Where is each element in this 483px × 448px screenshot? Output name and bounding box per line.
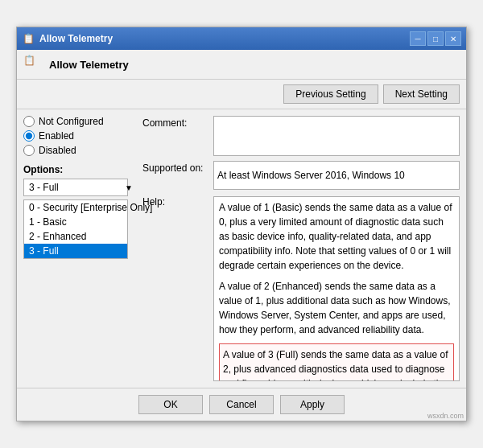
list-item-basic[interactable]: 1 - Basic <box>24 215 127 229</box>
close-button[interactable]: ✕ <box>445 31 461 46</box>
ok-button[interactable]: OK <box>138 395 203 414</box>
apply-button[interactable]: Apply <box>280 395 345 414</box>
header-icon: 📋 <box>23 55 43 74</box>
radio-enabled-input[interactable] <box>23 130 35 142</box>
radio-disabled-input[interactable] <box>23 145 35 156</box>
radio-not-configured-input[interactable] <box>23 116 35 127</box>
radio-enabled[interactable]: Enabled <box>23 130 136 142</box>
watermark: wsxdn.com <box>427 412 464 420</box>
list-item-enhanced[interactable]: 2 - Enhanced <box>24 229 127 244</box>
supported-value: At least Windows Server 2016, Windows 10 <box>213 161 460 190</box>
comment-label: Comment: <box>142 117 207 129</box>
radio-not-configured[interactable]: Not Configured <box>23 116 136 127</box>
right-panel: Comment: Supported on: At least Windows … <box>142 116 460 381</box>
footer: OK Cancel Apply <box>17 388 466 421</box>
help-label: Help: <box>142 196 207 381</box>
help-content-box[interactable]: A value of 1 (Basic) sends the same data… <box>213 196 460 381</box>
radio-enabled-label: Enabled <box>39 130 74 142</box>
radio-disabled-label: Disabled <box>39 145 76 156</box>
next-setting-button[interactable]: Next Setting <box>383 84 460 104</box>
help-paragraph-1: A value of 1 (Basic) sends the same data… <box>219 200 454 273</box>
supported-row: Supported on: At least Windows Server 20… <box>142 161 460 190</box>
main-content: Not Configured Enabled Disabled Options:… <box>17 109 466 388</box>
header-title: Allow Telemetry <box>49 59 129 71</box>
dropdown-wrapper: 3 - Full 0 - Security [Enterprise Only] … <box>23 179 136 196</box>
options-label: Options: <box>23 164 136 175</box>
window-title: Allow Telemetry <box>39 33 113 44</box>
comment-row: Comment: <box>142 116 460 156</box>
left-panel: Not Configured Enabled Disabled Options:… <box>23 116 136 381</box>
minimize-button[interactable]: ─ <box>410 31 426 46</box>
list-item-security[interactable]: 0 - Security [Enterprise Only] <box>24 200 127 215</box>
title-bar: 📋 Allow Telemetry ─ □ ✕ <box>17 27 466 50</box>
window-icon: 📋 <box>22 32 35 45</box>
radio-group: Not Configured Enabled Disabled <box>23 116 136 156</box>
help-section: Help: A value of 1 (Basic) sends the sam… <box>142 196 460 381</box>
radio-not-configured-label: Not Configured <box>39 116 104 127</box>
cancel-button[interactable]: Cancel <box>209 395 274 414</box>
toolbar: Previous Setting Next Setting <box>17 80 466 109</box>
previous-setting-button[interactable]: Previous Setting <box>283 84 378 104</box>
options-dropdown[interactable]: 3 - Full 0 - Security [Enterprise Only] … <box>23 179 128 196</box>
help-paragraph-2: A value of 2 (Enhanced) sends the same d… <box>219 279 454 337</box>
help-paragraph-3-highlighted: A value of 3 (Full) sends the same data … <box>219 343 454 381</box>
options-listbox: 0 - Security [Enterprise Only] 1 - Basic… <box>23 199 128 259</box>
header-bar: 📋 Allow Telemetry <box>17 50 466 80</box>
list-item-full[interactable]: 3 - Full <box>24 244 127 258</box>
maximize-button[interactable]: □ <box>427 31 444 46</box>
comment-textarea[interactable] <box>213 116 460 156</box>
radio-disabled[interactable]: Disabled <box>23 145 136 156</box>
window-controls: ─ □ ✕ <box>410 31 461 46</box>
supported-label: Supported on: <box>142 162 207 174</box>
